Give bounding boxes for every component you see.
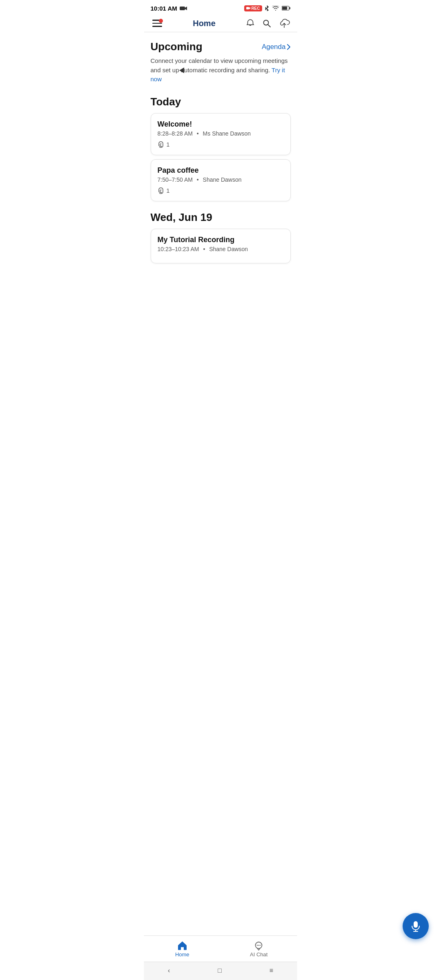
main-content: Upcoming Agenda Connect your calendar to… <box>144 32 297 311</box>
upcoming-description: Connect your calendar to view upcoming m… <box>151 56 291 84</box>
svg-rect-3 <box>282 7 287 10</box>
rec-badge: REC <box>244 5 262 11</box>
camera-status-icon <box>180 6 187 11</box>
meeting-card-tutorial[interactable]: My Tutorial Recording 10:23–10:23 AM • S… <box>151 229 291 263</box>
svg-rect-8 <box>160 146 162 147</box>
wednesday-section: Wed, Jun 19 My Tutorial Recording 10:23–… <box>151 211 291 263</box>
date-title: Wed, Jun 19 <box>151 211 291 224</box>
svg-rect-0 <box>180 7 185 10</box>
wifi-icon <box>272 5 279 11</box>
meeting-time-host: 10:23–10:23 AM • Shane Dawson <box>158 246 284 252</box>
page-title: Home <box>164 19 245 28</box>
svg-rect-9 <box>160 192 162 194</box>
battery-icon <box>282 6 291 11</box>
meeting-title: Welcome! <box>158 120 284 129</box>
status-time: 10:01 AM <box>151 5 177 12</box>
upcoming-section: Upcoming Agenda Connect your calendar to… <box>151 40 291 84</box>
svg-line-6 <box>268 24 270 27</box>
today-section: Today Welcome! 8:28–8:28 AM • Ms Shane D… <box>151 96 291 201</box>
meeting-time-host: 7:50–7:50 AM • Shane Dawson <box>158 176 284 183</box>
hamburger-menu-button[interactable] <box>151 18 164 29</box>
rec-camera-icon <box>246 7 250 10</box>
notification-button[interactable] <box>245 18 256 29</box>
svg-rect-4 <box>289 7 290 9</box>
meeting-clips: 1 <box>158 141 284 148</box>
clip-icon <box>158 141 165 148</box>
upcoming-title: Upcoming <box>151 40 203 53</box>
today-title: Today <box>151 96 291 108</box>
meeting-title: My Tutorial Recording <box>158 236 284 244</box>
meeting-title: Papa coffee <box>158 166 284 175</box>
top-nav: Home <box>144 15 297 32</box>
clip-icon <box>158 187 165 194</box>
status-bar: 10:01 AM REC <box>144 0 297 15</box>
chevron-right-icon <box>287 44 291 50</box>
meeting-clips: 1 <box>158 187 284 194</box>
search-icon <box>262 19 271 28</box>
upload-button[interactable] <box>278 18 291 29</box>
bluetooth-icon <box>265 5 270 11</box>
svg-rect-1 <box>246 7 249 9</box>
meeting-card-welcome[interactable]: Welcome! 8:28–8:28 AM • Ms Shane Dawson … <box>151 113 291 155</box>
status-icons: REC <box>244 5 290 11</box>
bell-icon <box>246 19 255 28</box>
meeting-time-host: 8:28–8:28 AM • Ms Shane Dawson <box>158 130 284 137</box>
notification-dot <box>159 19 163 23</box>
nav-actions <box>245 18 291 29</box>
upcoming-header: Upcoming Agenda <box>151 40 291 53</box>
agenda-link[interactable]: Agenda <box>262 43 291 51</box>
upload-icon <box>278 19 290 28</box>
search-button[interactable] <box>261 18 272 29</box>
meeting-card-papa-coffee[interactable]: Papa coffee 7:50–7:50 AM • Shane Dawson … <box>151 159 291 201</box>
